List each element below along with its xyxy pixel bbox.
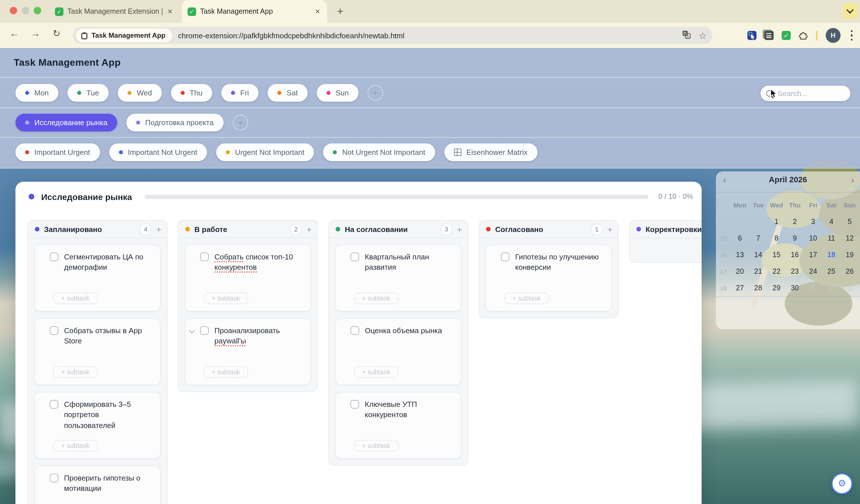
- calendar-date-27[interactable]: 27: [731, 284, 749, 292]
- task-card[interactable]: Квартальный план развития+ subtask: [335, 244, 461, 311]
- window-zoom-button[interactable]: [34, 7, 41, 14]
- task-card[interactable]: Гипотезы по улучшению конверсии+ subtask: [486, 244, 612, 311]
- collapse-chevron-icon[interactable]: [189, 328, 195, 333]
- task-checkbox[interactable]: [200, 326, 209, 335]
- notes-extension-icon[interactable]: [764, 31, 774, 40]
- task-checkbox[interactable]: [350, 400, 359, 409]
- calendar-date-1[interactable]: 1: [768, 218, 786, 225]
- day-chip-fri[interactable]: Fri: [221, 84, 258, 102]
- add-subtask-button[interactable]: + subtask: [354, 293, 398, 304]
- priority-chip-important-not-urgent[interactable]: Important Not Urgent: [109, 144, 207, 161]
- add-subtask-button[interactable]: + subtask: [203, 293, 248, 304]
- calendar-date-22[interactable]: 22: [768, 267, 786, 275]
- task-card[interactable]: Оценка объема рынка+ subtask: [335, 318, 461, 385]
- task-card[interactable]: Проверить гипотезы о мотивации+ subtask: [34, 466, 161, 504]
- calendar-date-24[interactable]: 24: [804, 267, 822, 275]
- calendar-next-icon[interactable]: ›: [847, 175, 858, 184]
- add-subtask-button[interactable]: + subtask: [53, 293, 98, 304]
- day-chip-wed[interactable]: Wed: [118, 84, 161, 102]
- task-checkbox[interactable]: [350, 326, 359, 335]
- task-checkbox[interactable]: [350, 253, 359, 261]
- tab-task-management-app[interactable]: Task Management App ✕: [182, 0, 327, 23]
- project-chip-исследование-рынка[interactable]: Исследование рынка: [15, 114, 117, 131]
- priority-chip-important-urgent[interactable]: Important Urgent: [15, 144, 100, 161]
- calendar-date-5[interactable]: 5: [841, 218, 859, 225]
- day-chip-add-button[interactable]: +: [368, 85, 383, 101]
- priority-chip-urgent-not-important[interactable]: Urgent Not Important: [216, 144, 314, 161]
- add-subtask-button[interactable]: + subtask: [354, 366, 398, 378]
- calendar-date-13[interactable]: 13: [731, 251, 749, 258]
- priority-chip-not-urgent-not-important[interactable]: Not Urgent Not Important: [324, 144, 435, 161]
- settings-gear-button[interactable]: ⚙: [831, 473, 852, 494]
- calendar-date-25[interactable]: 25: [822, 267, 841, 275]
- forward-button[interactable]: →: [28, 28, 43, 40]
- calendar-date-2[interactable]: 2: [822, 284, 841, 292]
- calendar-date-3[interactable]: 3: [804, 218, 822, 225]
- task-checkbox[interactable]: [50, 253, 58, 261]
- tab-search-button[interactable]: [842, 3, 858, 19]
- translate-icon[interactable]: G 文: [682, 30, 690, 41]
- day-chip-tue[interactable]: Tue: [68, 84, 109, 102]
- task-card[interactable]: Сформировать 3–5 портретов пользователей…: [34, 392, 161, 459]
- project-chip-подготовка-проекта[interactable]: Подготовка проекта: [126, 114, 223, 131]
- task-checkbox[interactable]: [501, 253, 510, 261]
- new-tab-button[interactable]: +: [333, 4, 347, 18]
- calendar-date-29[interactable]: 29: [768, 284, 786, 292]
- calendar-date-14[interactable]: 14: [749, 251, 768, 258]
- task-extension-icon[interactable]: [782, 31, 791, 40]
- task-card[interactable]: Ключевые УТП конкурентов+ subtask: [335, 392, 461, 459]
- add-subtask-button[interactable]: + subtask: [504, 293, 549, 304]
- calendar-date-6[interactable]: 6: [731, 234, 749, 242]
- calendar-date-15[interactable]: 15: [768, 251, 786, 258]
- calendar-date-4[interactable]: 4: [822, 218, 841, 225]
- task-card[interactable]: Сегментировать ЦА по демографии+ subtask: [34, 244, 161, 311]
- calendar-date-12[interactable]: 12: [841, 234, 859, 242]
- task-card[interactable]: Собрать отзывы в App Store+ subtask: [34, 318, 161, 385]
- cursor-extension-icon[interactable]: [747, 31, 757, 40]
- day-chip-mon[interactable]: Mon: [15, 84, 59, 102]
- calendar-date-1[interactable]: 1: [804, 284, 822, 292]
- project-chip-add-button[interactable]: +: [232, 115, 248, 130]
- calendar-date-26[interactable]: 26: [841, 267, 859, 275]
- reload-button[interactable]: ↻: [49, 28, 64, 39]
- calendar-date-20[interactable]: 20: [731, 267, 749, 275]
- task-checkbox[interactable]: [50, 400, 58, 409]
- calendar-date-11[interactable]: 11: [822, 234, 841, 242]
- task-checkbox[interactable]: [50, 326, 58, 335]
- task-checkbox[interactable]: [50, 474, 58, 482]
- task-card[interactable]: Проанализировать paywall'ы+ subtask: [185, 318, 311, 385]
- bookmark-star-icon[interactable]: ☆: [699, 30, 707, 41]
- back-button[interactable]: ←: [7, 28, 22, 40]
- add-subtask-button[interactable]: + subtask: [354, 440, 398, 451]
- calendar-date-17[interactable]: 17: [804, 251, 822, 258]
- calendar-date-19[interactable]: 19: [841, 251, 859, 258]
- add-card-button[interactable]: +: [607, 224, 612, 234]
- tab-task-management-extension[interactable]: Task Management Extension | ✕: [49, 0, 180, 23]
- profile-avatar[interactable]: H: [826, 28, 841, 43]
- window-minimize-button[interactable]: [22, 7, 29, 14]
- day-chip-sun[interactable]: Sun: [317, 84, 359, 102]
- calendar-date-9[interactable]: 9: [786, 234, 804, 242]
- calendar-date-16[interactable]: 16: [786, 251, 804, 258]
- calendar-date-18[interactable]: 18: [822, 251, 841, 258]
- add-subtask-button[interactable]: + subtask: [203, 366, 248, 378]
- priority-chip-eisenhower-matrix[interactable]: Eisenhower Matrix: [444, 144, 537, 161]
- add-card-button[interactable]: +: [156, 224, 161, 234]
- add-card-button[interactable]: +: [306, 224, 312, 234]
- calendar-date-28[interactable]: 28: [749, 284, 768, 292]
- address-bar[interactable]: Task Management App chrome-extension://p…: [73, 27, 713, 44]
- calendar-date-7[interactable]: 7: [749, 234, 768, 242]
- tab-close-icon[interactable]: ✕: [167, 8, 174, 15]
- calendar-date-23[interactable]: 23: [786, 267, 804, 275]
- add-subtask-button[interactable]: + subtask: [53, 366, 98, 378]
- calendar-date-2[interactable]: 2: [786, 218, 804, 225]
- add-card-button[interactable]: +: [457, 224, 462, 234]
- calendar-date-8[interactable]: 8: [768, 234, 786, 242]
- extensions-puzzle-icon[interactable]: [799, 31, 808, 40]
- window-close-button[interactable]: [10, 7, 17, 14]
- calendar-date-10[interactable]: 10: [804, 234, 822, 242]
- search-input[interactable]: [776, 89, 845, 98]
- browser-menu-icon[interactable]: [848, 30, 856, 41]
- day-chip-sat[interactable]: Sat: [268, 84, 307, 102]
- day-chip-thu[interactable]: Thu: [171, 84, 212, 102]
